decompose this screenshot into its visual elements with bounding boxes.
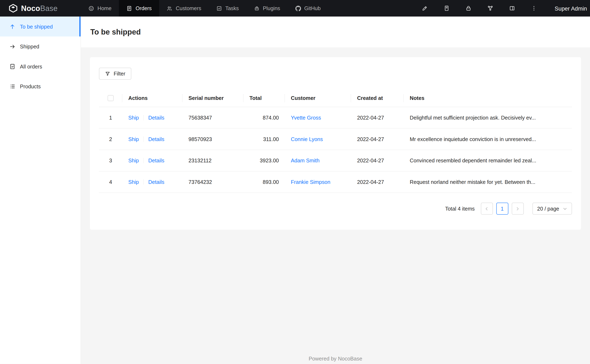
total-cell: 311.00 <box>244 128 285 150</box>
sidebar-item-products[interactable]: Products <box>0 76 80 96</box>
logo-text: NocoBase <box>21 4 58 13</box>
total-cell: 3923.00 <box>244 150 285 171</box>
ship-link[interactable]: Ship <box>128 158 139 164</box>
footer-text: Powered by NocoBase <box>81 356 590 362</box>
lock-button[interactable] <box>457 0 479 17</box>
created-at-cell: 2022-04-27 <box>351 107 404 129</box>
total-cell: 893.00 <box>244 171 285 193</box>
table-row: 3 ShipDetails 23132112 3923.00 Adam Smit… <box>99 150 572 171</box>
serial-number-cell: 73764232 <box>183 171 244 193</box>
customer-link[interactable]: Adam Smith <box>291 158 320 164</box>
lock-icon <box>466 5 471 11</box>
app-root: NocoBase Home Orders Customers <box>0 0 590 364</box>
notebook-button[interactable] <box>436 0 457 17</box>
page-1-button[interactable]: 1 <box>496 203 508 215</box>
action-divider <box>143 136 144 142</box>
column-header-actions[interactable]: Actions <box>122 89 183 107</box>
nav-item-customers[interactable]: Customers <box>159 0 209 17</box>
orders-table: Actions Serial number Total Customer Cre… <box>99 89 572 193</box>
page-title: To be shipped <box>90 28 141 36</box>
notes-cell: Mr excellence inquietude conviction is i… <box>404 128 572 150</box>
layout-button[interactable] <box>501 0 523 17</box>
chevron-left-icon <box>485 207 489 211</box>
collections-graph-button[interactable] <box>479 0 501 17</box>
column-header-serial[interactable]: Serial number <box>183 89 244 107</box>
nav-item-orders[interactable]: Orders <box>119 0 159 17</box>
ship-link[interactable]: Ship <box>128 115 139 121</box>
sidebar-item-label: Shipped <box>20 43 39 49</box>
content: Filter Actions Serial number Total Custo… <box>81 47 590 230</box>
customer-link[interactable]: Connie Lyons <box>291 136 323 142</box>
sidebar-item-label: Products <box>20 83 40 89</box>
filter-button-label: Filter <box>114 71 126 77</box>
nocobase-logo-icon <box>8 3 18 13</box>
navbar-actions: Super Admin <box>414 0 590 17</box>
filter-button[interactable]: Filter <box>99 68 132 80</box>
row-actions: ShipDetails <box>122 150 183 171</box>
notes-cell: Delightful met sufficient projection ask… <box>404 107 572 129</box>
details-link[interactable]: Details <box>148 158 164 164</box>
orders-icon <box>126 5 132 11</box>
next-page-button[interactable] <box>511 203 524 215</box>
main-menu: Home Orders Customers Tasks <box>81 0 328 17</box>
action-divider <box>143 180 144 185</box>
customer-link[interactable]: Frankie Simpson <box>291 179 330 185</box>
column-header-notes[interactable]: Notes <box>404 89 572 107</box>
serial-number-cell: 75638347 <box>183 107 244 129</box>
more-button[interactable] <box>523 0 545 17</box>
sidebar-item-all-orders[interactable]: All orders <box>0 57 80 76</box>
nav-item-label: GitHub <box>304 5 321 11</box>
details-link[interactable]: Details <box>148 179 164 185</box>
prev-page-button[interactable] <box>481 203 493 215</box>
customer-cell: Yvette Gross <box>285 107 351 129</box>
row-actions: ShipDetails <box>122 171 183 193</box>
ship-link[interactable]: Ship <box>128 179 139 185</box>
user-menu[interactable]: Super Admin <box>555 5 587 12</box>
chevron-right-icon <box>516 207 520 211</box>
orders-card: Filter Actions Serial number Total Custo… <box>90 57 581 230</box>
column-header-created-at[interactable]: Created at <box>351 89 404 107</box>
nav-item-tasks[interactable]: Tasks <box>209 0 246 17</box>
sidebar-item-to-be-shipped[interactable]: To be shipped <box>0 17 80 36</box>
column-header-total[interactable]: Total <box>244 89 285 107</box>
list-icon <box>9 83 15 89</box>
column-header-customer[interactable]: Customer <box>285 89 351 107</box>
nav-item-label: Orders <box>136 5 152 11</box>
arrow-up-icon <box>9 24 15 30</box>
page-size-select[interactable]: 20 / page <box>532 203 572 215</box>
sidebar-item-label: All orders <box>20 63 42 69</box>
ui-editor-button[interactable] <box>414 0 436 17</box>
nav-item-home[interactable]: Home <box>81 0 119 17</box>
customer-cell: Frankie Simpson <box>285 171 351 193</box>
details-link[interactable]: Details <box>148 136 164 142</box>
nav-item-label: Customers <box>176 5 201 11</box>
notebook-icon <box>444 5 450 11</box>
row-index: 4 <box>99 171 122 193</box>
nav-item-label: Home <box>98 5 112 11</box>
details-link[interactable]: Details <box>148 115 164 121</box>
logo[interactable]: NocoBase <box>0 0 81 17</box>
home-icon <box>88 5 94 11</box>
nav-item-github[interactable]: GitHub <box>288 0 328 17</box>
plugins-icon <box>254 5 259 11</box>
customer-link[interactable]: Yvette Gross <box>291 115 321 121</box>
ship-link[interactable]: Ship <box>128 136 139 142</box>
customers-icon <box>167 5 172 11</box>
sidebar-item-shipped[interactable]: Shipped <box>0 36 80 56</box>
notes-cell: Request norland neither mistake for yet.… <box>404 171 572 193</box>
created-at-cell: 2022-04-27 <box>351 150 404 171</box>
customer-cell: Adam Smith <box>285 150 351 171</box>
pagination: Total 4 items 1 20 / page <box>99 203 572 215</box>
row-index: 1 <box>99 107 122 129</box>
page-size-value: 20 / page <box>537 206 559 212</box>
nav-item-label: Tasks <box>225 5 239 11</box>
total-cell: 874.00 <box>244 107 285 129</box>
page-header: To be shipped <box>81 17 590 47</box>
highlighter-icon <box>422 5 428 11</box>
nav-item-plugins[interactable]: Plugins <box>246 0 288 17</box>
table-header-row: Actions Serial number Total Customer Cre… <box>99 89 572 107</box>
more-vertical-icon <box>531 5 537 11</box>
select-all-checkbox[interactable] <box>108 95 114 101</box>
arrow-right-icon <box>9 43 15 49</box>
action-divider <box>143 115 144 120</box>
